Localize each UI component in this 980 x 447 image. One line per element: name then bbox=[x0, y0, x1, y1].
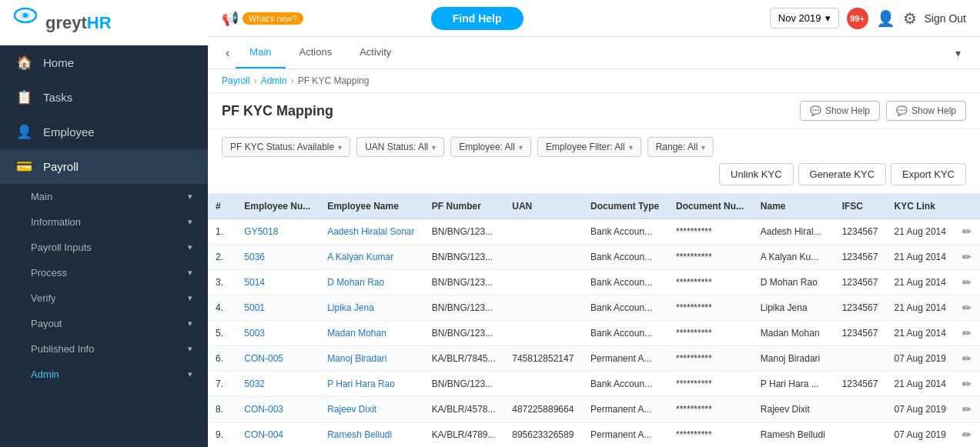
unlink-kyc-button[interactable]: Unlink KYC bbox=[719, 163, 793, 185]
generate-kyc-button[interactable]: Generate KYC bbox=[798, 163, 887, 185]
cell-edit: ✏ bbox=[955, 372, 980, 397]
tab-back-arrow[interactable]: ‹ bbox=[219, 38, 236, 68]
chevron-icon: ▾ bbox=[188, 344, 192, 354]
filter-employee-filter[interactable]: Employee Filter: All ▾ bbox=[537, 137, 641, 157]
month-selector[interactable]: Nov 2019 ▾ bbox=[770, 8, 839, 28]
cell-uan bbox=[504, 270, 583, 295]
edit-icon[interactable]: ✏ bbox=[962, 302, 972, 314]
sidebar-sub-admin[interactable]: Admin ▾ bbox=[0, 362, 208, 387]
cell-name: Ramesh Belludi bbox=[753, 422, 835, 448]
sidebar-item-payroll[interactable]: 💳 Payroll bbox=[0, 149, 208, 184]
emp-no-link[interactable]: 5014 bbox=[244, 277, 265, 288]
edit-icon[interactable]: ✏ bbox=[962, 251, 972, 263]
settings-icon[interactable]: ⚙ bbox=[903, 9, 917, 28]
breadcrumb-admin[interactable]: Admin bbox=[261, 75, 287, 86]
emp-name-link[interactable]: A Kalyan Kumar bbox=[327, 252, 393, 262]
user-icon[interactable]: 👤 bbox=[876, 9, 895, 28]
emp-name-link[interactable]: Rajeev Dixit bbox=[327, 404, 376, 415]
cell-kyc-link: 21 Aug 2014 bbox=[887, 295, 955, 321]
cell-kyc-link: 21 Aug 2014 bbox=[887, 219, 955, 245]
whats-new-badge[interactable]: What's new? bbox=[242, 12, 303, 25]
tab-main-label: Main bbox=[249, 46, 271, 58]
col-num: # bbox=[208, 194, 236, 219]
show-help-button-1[interactable]: 💬 Show Help bbox=[800, 101, 880, 121]
sidebar-sub-payroll-inputs[interactable]: Payroll Inputs ▾ bbox=[0, 235, 208, 260]
edit-icon[interactable]: ✏ bbox=[962, 276, 972, 289]
emp-no-link[interactable]: CON-003 bbox=[244, 404, 283, 415]
emp-no-link[interactable]: CON-005 bbox=[244, 353, 283, 364]
sidebar-sub-published-info[interactable]: Published Info ▾ bbox=[0, 336, 208, 362]
sidebar-item-home[interactable]: 🏠 Home bbox=[0, 45, 208, 80]
sidebar-item-employee[interactable]: 👤 Employee bbox=[0, 115, 208, 149]
cell-pf-number: BN/BNG/123... bbox=[424, 295, 504, 321]
cell-doc-type: Bank Accoun... bbox=[583, 245, 668, 270]
emp-no-link[interactable]: 5003 bbox=[244, 328, 265, 339]
emp-no-link[interactable]: 5001 bbox=[244, 302, 265, 313]
cell-uan: 745812852147 bbox=[504, 346, 583, 372]
sidebar-sub-process[interactable]: Process ▾ bbox=[0, 260, 208, 285]
table-body: 1. GY5018 Aadesh Hiralal Sonar BN/BNG/12… bbox=[208, 219, 980, 448]
cell-kyc-link: 21 Aug 2014 bbox=[887, 245, 955, 270]
chevron-icon: ▾ bbox=[188, 192, 192, 202]
sidebar-item-tasks[interactable]: 📋 Tasks bbox=[0, 80, 208, 115]
edit-icon[interactable]: ✏ bbox=[962, 327, 972, 339]
edit-icon[interactable]: ✏ bbox=[962, 225, 972, 238]
cell-edit: ✏ bbox=[955, 295, 980, 321]
sidebar-sub-information[interactable]: Information ▾ bbox=[0, 209, 208, 235]
sign-out-button[interactable]: Sign Out bbox=[925, 12, 966, 25]
cell-pf-number: BN/BNG/123... bbox=[424, 245, 504, 270]
tab-more-icon[interactable]: ▾ bbox=[948, 39, 968, 67]
emp-no-link[interactable]: 5036 bbox=[244, 252, 265, 262]
edit-icon[interactable]: ✏ bbox=[962, 429, 972, 441]
col-pf-number: PF Number bbox=[424, 194, 504, 219]
sidebar-sub-label: Main bbox=[31, 191, 52, 202]
export-kyc-button[interactable]: Export KYC bbox=[891, 163, 966, 185]
cell-kyc-link: 21 Aug 2014 bbox=[887, 372, 955, 397]
emp-name-link[interactable]: Ramesh Belludi bbox=[327, 429, 392, 440]
cell-doc-num: ********** bbox=[668, 270, 753, 295]
edit-icon[interactable]: ✏ bbox=[962, 352, 972, 365]
filter-range[interactable]: Range: All ▾ bbox=[647, 137, 714, 157]
sidebar-sub-payout[interactable]: Payout ▾ bbox=[0, 311, 208, 336]
emp-name-link[interactable]: Lipika Jena bbox=[327, 302, 374, 313]
cell-ifsc bbox=[835, 397, 887, 422]
filter-range-label: Range: All bbox=[656, 142, 698, 152]
tab-main[interactable]: Main bbox=[236, 37, 285, 68]
filter-employee[interactable]: Employee: All ▾ bbox=[450, 137, 531, 157]
cell-name: Madan Mohan bbox=[753, 321, 835, 346]
sidebar-sub-label: Information bbox=[31, 216, 81, 228]
emp-name-link[interactable]: D Mohan Rao bbox=[327, 277, 384, 288]
table-row: 2. 5036 A Kalyan Kumar BN/BNG/123... Ban… bbox=[208, 245, 980, 270]
tab-actions[interactable]: Actions bbox=[286, 37, 346, 68]
edit-icon[interactable]: ✏ bbox=[962, 403, 972, 415]
emp-no-link[interactable]: GY5018 bbox=[244, 226, 278, 237]
tab-activity[interactable]: Activity bbox=[346, 37, 405, 68]
table-row: 3. 5014 D Mohan Rao BN/BNG/123... Bank A… bbox=[208, 270, 980, 295]
logo-grey-text: greyt bbox=[45, 13, 87, 32]
sidebar-sub-main[interactable]: Main ▾ bbox=[0, 184, 208, 209]
chevron-icon: ▾ bbox=[188, 369, 192, 379]
breadcrumb-payroll[interactable]: Payroll bbox=[222, 75, 250, 86]
show-help-button-2[interactable]: 💬 Show Help bbox=[886, 101, 966, 121]
emp-no-link[interactable]: 5032 bbox=[244, 379, 265, 389]
emp-name-link[interactable]: Aadesh Hiralal Sonar bbox=[327, 226, 414, 237]
edit-icon[interactable]: ✏ bbox=[962, 378, 972, 390]
notification-badge[interactable]: 99+ bbox=[847, 8, 868, 29]
emp-no-link[interactable]: CON-004 bbox=[244, 429, 283, 440]
filter-pf-kyc-status-label: PF KYC Status: Available bbox=[230, 142, 334, 152]
filter-uan-status[interactable]: UAN Status: All ▾ bbox=[356, 137, 444, 157]
filter-actions: Unlink KYC Generate KYC Export KYC bbox=[719, 163, 966, 185]
filter-pf-kyc-status[interactable]: PF KYC Status: Available ▾ bbox=[222, 137, 350, 157]
cell-pf-number: KA/BLR/4789... bbox=[424, 422, 504, 448]
cell-emp-no: CON-003 bbox=[236, 397, 319, 422]
sidebar-sub-verify[interactable]: Verify ▾ bbox=[0, 285, 208, 311]
find-help-button[interactable]: Find Help bbox=[431, 7, 523, 30]
chevron-icon: ▾ bbox=[188, 217, 192, 227]
emp-name-link[interactable]: Manoj Biradari bbox=[327, 353, 386, 364]
cell-num: 6. bbox=[208, 346, 236, 372]
chevron-down-icon: ▾ bbox=[432, 143, 436, 152]
whats-new-section: 📢 What's new? bbox=[222, 10, 303, 27]
emp-name-link[interactable]: P Hari Hara Rao bbox=[327, 379, 395, 389]
emp-name-link[interactable]: Madan Mohan bbox=[327, 328, 386, 339]
sidebar: greytHR 🏠 Home 📋 Tasks 👤 Employee 💳 Payr… bbox=[0, 0, 208, 447]
